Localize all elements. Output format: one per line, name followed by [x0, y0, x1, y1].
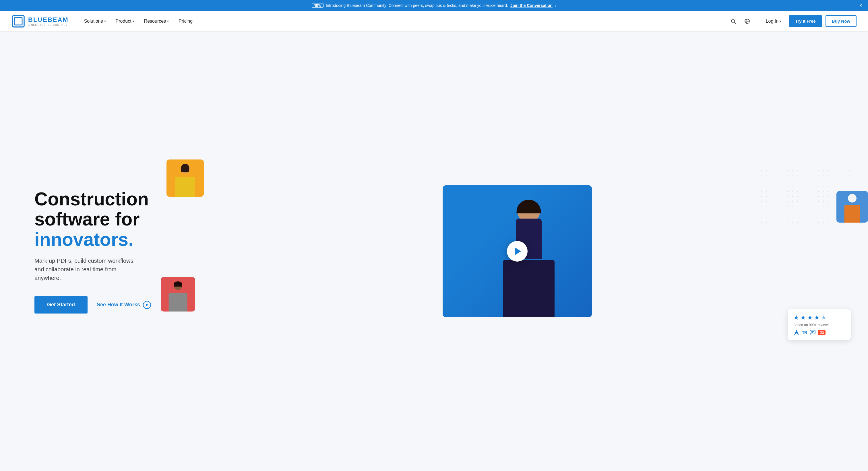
buy-now-button[interactable]: Buy Now	[826, 15, 857, 27]
svg-marker-8	[794, 330, 799, 335]
hero-buttons: Get Started See How It Works ▶	[34, 296, 172, 313]
svg-rect-0	[11, 14, 25, 28]
see-how-button[interactable]: See How It Works ▶	[97, 301, 151, 309]
login-button[interactable]: Log In ▾	[762, 16, 785, 26]
hero-section: Construction software for innovators. Ma…	[0, 32, 868, 471]
review-chat-icon	[809, 329, 816, 336]
try-free-button[interactable]: Try It Free	[789, 15, 822, 27]
search-icon	[731, 19, 736, 24]
star-half: ★	[821, 314, 827, 321]
logo-name: BLUEBEAM	[28, 16, 69, 24]
hero-title-accent: innovators.	[34, 229, 133, 250]
star-1: ★	[794, 314, 799, 321]
nav-solutions[interactable]: Solutions ▾	[80, 16, 110, 26]
globe-icon	[744, 19, 750, 24]
star-4: ★	[814, 314, 820, 321]
search-button[interactable]	[728, 16, 739, 26]
close-announcement-button[interactable]: ×	[859, 3, 862, 9]
svg-rect-9	[810, 330, 815, 334]
navbar: BLUEBEAM A NEMETSCHEK COMPANY Solutions …	[0, 11, 868, 32]
announcement-bar: NEW Introducing Bluebeam Community! Conn…	[0, 0, 868, 11]
login-chevron-icon: ▾	[780, 19, 781, 23]
nav-divider	[757, 18, 757, 25]
rating-text: Based on 999+ reviews	[794, 323, 845, 327]
nav-product[interactable]: Product ▾	[112, 16, 138, 26]
nav-right: Log In ▾ Try It Free Buy Now	[728, 15, 857, 27]
globe-button[interactable]	[742, 16, 752, 26]
floating-card-yellow	[166, 160, 204, 197]
join-conversation-link[interactable]: Join the Conversation	[510, 3, 553, 8]
svg-line-4	[734, 22, 736, 24]
floating-card-blue	[836, 191, 868, 223]
svg-point-3	[732, 19, 735, 22]
bluebeam-logo-icon	[11, 14, 25, 28]
review-logos: TR G2	[794, 329, 845, 336]
hero-visual: ★ ★ ★ ★ ★ Based on 999+ reviews TR	[189, 168, 845, 334]
nav-links: Solutions ▾ Product ▾ Resources ▾ Pricin…	[80, 16, 728, 26]
floating-card-red	[161, 277, 195, 311]
capterra-logo-icon	[794, 329, 800, 336]
hero-subtitle: Mark up PDFs, build custom workflows and…	[34, 257, 144, 282]
star-3: ★	[807, 314, 813, 321]
new-badge: NEW	[312, 3, 323, 8]
resources-chevron-icon: ▾	[167, 19, 169, 23]
get-started-button[interactable]: Get Started	[34, 296, 88, 313]
announcement-text: Introducing Bluebeam Community! Connect …	[326, 3, 508, 8]
hero-content: Construction software for innovators. Ma…	[34, 189, 172, 313]
rating-card: ★ ★ ★ ★ ★ Based on 999+ reviews TR	[787, 309, 851, 340]
hero-title: Construction software for innovators.	[34, 189, 172, 249]
nav-resources[interactable]: Resources ▾	[140, 16, 173, 26]
trustradius-logo: TR	[802, 330, 807, 335]
product-chevron-icon: ▾	[133, 19, 134, 23]
solutions-chevron-icon: ▾	[104, 19, 106, 23]
star-2: ★	[800, 314, 806, 321]
stars-row: ★ ★ ★ ★ ★	[794, 314, 845, 321]
g2-logo: G2	[818, 330, 826, 335]
nav-pricing[interactable]: Pricing	[175, 16, 197, 26]
play-circle-icon: ▶	[143, 301, 151, 309]
main-video-card[interactable]	[443, 185, 592, 317]
svg-rect-2	[14, 18, 22, 25]
play-triangle-icon	[515, 247, 521, 255]
play-button[interactable]	[507, 241, 528, 262]
logo-text: BLUEBEAM A NEMETSCHEK COMPANY	[28, 16, 69, 26]
logo-subtitle: A NEMETSCHEK COMPANY	[28, 24, 69, 26]
logo[interactable]: BLUEBEAM A NEMETSCHEK COMPANY	[11, 14, 69, 28]
announcement-arrow-icon: ›	[555, 3, 556, 8]
